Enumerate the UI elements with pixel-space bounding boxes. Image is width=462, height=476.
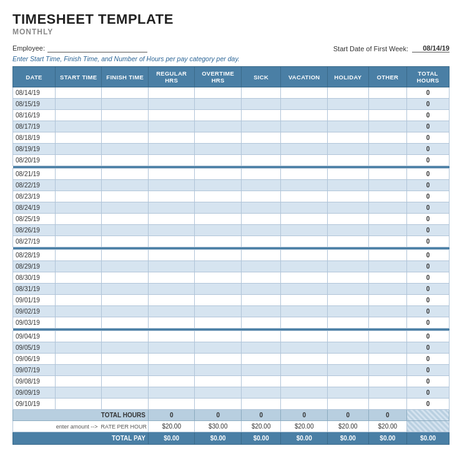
cell-sick[interactable] [241, 214, 281, 225]
cell-hol[interactable] [327, 399, 368, 410]
cell-start[interactable] [55, 387, 102, 399]
cell-ot[interactable] [195, 110, 242, 121]
cell-finish[interactable] [102, 354, 149, 365]
rate-other[interactable]: $20.00 [368, 421, 406, 432]
rate-sick[interactable]: $20.00 [241, 421, 281, 432]
cell-other[interactable] [368, 110, 406, 121]
cell-other[interactable] [368, 261, 406, 272]
cell-vac[interactable] [281, 132, 328, 144]
cell-reg[interactable] [148, 261, 195, 272]
cell-sick[interactable] [241, 317, 281, 329]
cell-vac[interactable] [281, 331, 328, 342]
cell-ot[interactable] [195, 99, 242, 110]
cell-hol[interactable] [327, 155, 368, 166]
cell-sick[interactable] [241, 295, 281, 306]
cell-finish[interactable] [102, 180, 149, 191]
cell-vac[interactable] [281, 376, 328, 387]
cell-ot[interactable] [195, 250, 242, 261]
cell-sick[interactable] [241, 191, 281, 202]
cell-ot[interactable] [195, 261, 242, 272]
cell-sick[interactable] [241, 132, 281, 144]
cell-vac[interactable] [281, 236, 328, 247]
cell-finish[interactable] [102, 191, 149, 202]
cell-ot[interactable] [195, 144, 242, 155]
cell-hol[interactable] [327, 110, 368, 121]
cell-other[interactable] [368, 169, 406, 180]
cell-start[interactable] [55, 365, 102, 376]
cell-hol[interactable] [327, 236, 368, 247]
cell-other[interactable] [368, 295, 406, 306]
cell-other[interactable] [368, 99, 406, 110]
cell-hol[interactable] [327, 342, 368, 354]
cell-start[interactable] [55, 236, 102, 247]
cell-reg[interactable] [148, 376, 195, 387]
cell-sick[interactable] [241, 365, 281, 376]
cell-finish[interactable] [102, 155, 149, 166]
cell-start[interactable] [55, 331, 102, 342]
cell-vac[interactable] [281, 225, 328, 236]
rate-ot[interactable]: $30.00 [195, 421, 242, 432]
cell-hol[interactable] [327, 132, 368, 144]
rate-vac[interactable]: $20.00 [281, 421, 328, 432]
cell-finish[interactable] [102, 225, 149, 236]
start-date-value[interactable]: 08/14/19 [412, 44, 450, 52]
cell-other[interactable] [368, 387, 406, 399]
cell-hol[interactable] [327, 250, 368, 261]
cell-finish[interactable] [102, 250, 149, 261]
cell-vac[interactable] [281, 354, 328, 365]
cell-reg[interactable] [148, 284, 195, 295]
cell-reg[interactable] [148, 331, 195, 342]
cell-start[interactable] [55, 261, 102, 272]
cell-reg[interactable] [148, 272, 195, 284]
cell-finish[interactable] [102, 365, 149, 376]
cell-start[interactable] [55, 132, 102, 144]
cell-start[interactable] [55, 225, 102, 236]
cell-hol[interactable] [327, 331, 368, 342]
cell-start[interactable] [55, 180, 102, 191]
cell-other[interactable] [368, 132, 406, 144]
cell-reg[interactable] [148, 295, 195, 306]
cell-start[interactable] [55, 110, 102, 121]
cell-other[interactable] [368, 155, 406, 166]
cell-ot[interactable] [195, 295, 242, 306]
cell-other[interactable] [368, 331, 406, 342]
cell-vac[interactable] [281, 317, 328, 329]
cell-hol[interactable] [327, 202, 368, 214]
cell-vac[interactable] [281, 214, 328, 225]
cell-sick[interactable] [241, 110, 281, 121]
cell-other[interactable] [368, 306, 406, 317]
cell-reg[interactable] [148, 306, 195, 317]
cell-ot[interactable] [195, 202, 242, 214]
cell-finish[interactable] [102, 110, 149, 121]
rate-reg[interactable]: $20.00 [148, 421, 195, 432]
cell-ot[interactable] [195, 399, 242, 410]
cell-finish[interactable] [102, 284, 149, 295]
cell-reg[interactable] [148, 132, 195, 144]
cell-start[interactable] [55, 202, 102, 214]
cell-ot[interactable] [195, 354, 242, 365]
cell-other[interactable] [368, 214, 406, 225]
cell-hol[interactable] [327, 295, 368, 306]
cell-finish[interactable] [102, 202, 149, 214]
cell-start[interactable] [55, 295, 102, 306]
cell-other[interactable] [368, 399, 406, 410]
cell-ot[interactable] [195, 132, 242, 144]
cell-other[interactable] [368, 121, 406, 132]
cell-reg[interactable] [148, 155, 195, 166]
cell-vac[interactable] [281, 87, 328, 99]
cell-other[interactable] [368, 180, 406, 191]
cell-finish[interactable] [102, 121, 149, 132]
cell-sick[interactable] [241, 87, 281, 99]
cell-finish[interactable] [102, 132, 149, 144]
cell-vac[interactable] [281, 306, 328, 317]
cell-hol[interactable] [327, 121, 368, 132]
cell-vac[interactable] [281, 272, 328, 284]
cell-sick[interactable] [241, 272, 281, 284]
cell-sick[interactable] [241, 169, 281, 180]
cell-vac[interactable] [281, 202, 328, 214]
cell-vac[interactable] [281, 261, 328, 272]
cell-other[interactable] [368, 365, 406, 376]
cell-sick[interactable] [241, 284, 281, 295]
cell-ot[interactable] [195, 169, 242, 180]
employee-value[interactable] [47, 44, 147, 52]
